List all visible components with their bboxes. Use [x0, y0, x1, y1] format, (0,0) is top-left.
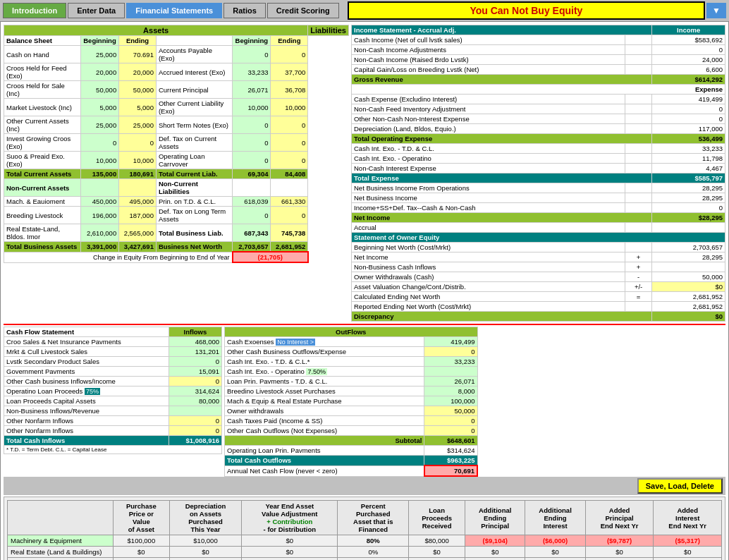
income-statement-title: Income Statement - Accrual Adj.: [352, 25, 652, 35]
equity-change-row: Change in Equity From Beginning to End o…: [4, 252, 349, 262]
cash-flow-title: Cash Flow Statement: [4, 327, 169, 337]
cash-flow-section: Cash Flow Statement Inflows Croo Sales &…: [4, 324, 725, 477]
table-row: Breeding Livestock 196,000 187,000 Def. …: [4, 207, 349, 224]
table-row: Cash Income (Net of cull lvstk sales)$58…: [352, 35, 725, 45]
table-row: Owner Withdrawals (Cash)-50,000: [352, 272, 725, 282]
machinery-row: Machinery & Equipment $100,000 $10,000 $…: [8, 535, 722, 547]
table-row: Net Business Income28,295: [352, 193, 725, 203]
table-row: Asset Valuation Change/Cont./Distrib.+/-…: [352, 282, 725, 292]
balance-sheet-section: Assets Liabilities Balance Sheet Beginni…: [4, 25, 349, 322]
save-load-bar: Save, Load, Delete: [4, 477, 725, 495]
bs-liab-end: Ending: [271, 36, 308, 46]
col-header-depreciation: Depreciationon AssetsPurchasedThis Year: [169, 501, 242, 535]
balance-sheet-table: Assets Liabilities Balance Sheet Beginni…: [4, 25, 349, 263]
table-row: Non-Cash Feed Inventory Adjustment0: [352, 104, 725, 114]
table-row: Reported Ending Net Worth (Cost/Mrkt)2,6…: [352, 302, 725, 312]
asset-financing-table: PurchasePrice orValueof Asset Depreciati…: [7, 500, 722, 560]
outflows-header: OutFlows: [225, 327, 478, 337]
cash-inflows-table: Cash Flow Statement Inflows Croo Sales &…: [4, 327, 222, 454]
table-row: Non-Cash Income (Raised Brdo Lvstk)24,00…: [352, 55, 725, 65]
total-cash-inflows-row: Total Cash Inflows$1,008,916: [4, 436, 222, 446]
table-row: Non-Cash Interest Expense4,467: [352, 164, 725, 174]
gross-revenue-row: Gross Revenue$614,292: [352, 75, 725, 85]
table-row: Capital Gain/Loss on Breeding Lvstk (Net…: [352, 65, 725, 75]
table-row: Suoo & Preaid Exo. (Exo) 10,000 10,000 O…: [4, 152, 349, 169]
main-content: Assets Liabilities Balance Sheet Beginni…: [0, 21, 729, 560]
footnote-row: * T.D. = Term Debt. C.L. = Capital Lease: [4, 446, 222, 454]
table-row: Operatino Loan Proceeds 75% 314,624: [4, 386, 222, 396]
col-header-add-interest: AdditionalEndingInterest: [525, 501, 585, 535]
table-row: Cash Int. Exo. - Operatino 7.50%: [225, 367, 478, 377]
tab-ratios[interactable]: Ratios: [223, 3, 266, 18]
tab-introduction[interactable]: Introduction: [3, 3, 66, 18]
col-header-purchase: PurchasePrice orValueof Asset: [114, 501, 170, 535]
tab-financial-statements[interactable]: Financial Statements: [126, 3, 222, 18]
table-row: Cash Int. Exo. - T.D. & C.L.33,233: [352, 144, 725, 154]
table-row: Cash Taxes Paid (Income & SS)0: [225, 416, 478, 426]
table-row: Other Non-Cash Non-Interest Expense0: [352, 114, 725, 124]
tab-credit-scoring[interactable]: Credit Scoring: [267, 3, 339, 18]
table-row: Invest Growing Croos (Exo) 0 0 Def. Tax …: [4, 134, 349, 152]
non-current-header-row: Non-Current Assets Non-Current Liabiliti…: [4, 179, 349, 197]
table-row: Non-Business Inflows/Revenue: [4, 406, 222, 416]
real-estate-row: Real Estate (Land & Buildings) $0 $0 $0 …: [8, 547, 722, 558]
bs-col-end: Ending: [119, 36, 157, 46]
table-row: Cash Expense (Excludino Interest)419,499: [352, 95, 725, 104]
table-row: Croos Held for Feed (Exo) 20,000 20,000 …: [4, 63, 349, 81]
owner-equity-header: Statement of Owner Equity: [352, 233, 725, 243]
tab-enter-data[interactable]: Enter Data: [68, 3, 125, 18]
bs-liab-begin: Beginning: [233, 36, 271, 46]
table-row: Market Livestock (Inc) 5,000 5,000 Other…: [4, 99, 349, 116]
table-row: Cash Int. Exo. - T.D. & C.L.*33,233: [225, 357, 478, 367]
income-header: Income: [652, 25, 725, 35]
annual-net-cashflow-row: Annual Net Cash Flow (never < zero) 70,6…: [225, 465, 478, 476]
total-op-expense-row: Total Operating Expense536,499: [352, 134, 725, 144]
table-row: Other Nonfarm Inflows0: [4, 416, 222, 426]
dropdown-button[interactable]: ▼: [706, 3, 726, 18]
interest-rate-badge: 7.50%: [306, 368, 327, 375]
table-row: Government Pavments15,091: [4, 367, 222, 377]
bs-col-begin: Beginning: [80, 36, 118, 46]
breeding-livestock-row: Breeding Livestock $0 $0 $0 0% $0 $0 $0 …: [8, 558, 722, 561]
subtotal-row: Subtotal$648,601: [225, 436, 478, 446]
table-row: Croo Sales & Net Insurance Pavments468,0…: [4, 337, 222, 347]
table-row: Net Business Income From Operations28,29…: [352, 183, 725, 193]
table-row: Other Cash business Inflows/Income0: [4, 377, 222, 386]
save-load-button[interactable]: Save, Load, Delete: [637, 478, 723, 494]
total-cash-outflows-row: Total Cash Outflows$963,225: [225, 456, 478, 466]
cash-outflows-panel: OutFlows Cash Exoenses No Interest > 419…: [224, 327, 478, 477]
table-row: Owner withdrawals 50,000: [225, 406, 478, 416]
total-expense-row: Total Expense$585,797: [352, 174, 725, 183]
col-header-percent: PercentPurchasedAsset that isFinanced: [338, 501, 409, 535]
table-row: Operating Loan Prin. Pavments$314,624: [225, 446, 478, 456]
no-interest-badge[interactable]: No Interest >: [276, 339, 315, 346]
table-row: Beginning Net Worth (Cost/Mrkt)2,703,657: [352, 243, 725, 252]
table-row: Non-Business Cash Inflows+: [352, 262, 725, 272]
table-row: Other Cash Business Outflows/Expense0: [225, 347, 478, 357]
cash-inflows-panel: Cash Flow Statement Inflows Croo Sales &…: [4, 327, 222, 477]
cash-outflows-table: OutFlows Cash Exoenses No Interest > 419…: [224, 327, 478, 477]
total-business-assets-row: Total Business Assets 3,391,000 3,427,69…: [4, 242, 349, 252]
expense-header-row: Expense: [352, 85, 725, 95]
spacer: [480, 327, 725, 477]
table-row: Non-Cash Income Adjustments0: [352, 45, 725, 55]
table-row: Breedino Livestock Asset Purchases8,000: [225, 386, 478, 396]
discrepancy-row: Discrepancy$0: [352, 312, 725, 322]
table-row: Loan Proceeds Capital Assets80,000: [4, 396, 222, 406]
table-row: Cash Exoenses No Interest > 419,499: [225, 337, 478, 347]
income-owner-section: Income Statement - Accrual Adj. Income C…: [351, 25, 725, 322]
table-row: Lvstk Secondarv Product Sales0: [4, 357, 222, 367]
income-statement-table: Income Statement - Accrual Adj. Income C…: [351, 25, 725, 322]
banner-text: You Can Not Buy Equity: [348, 1, 705, 20]
top-section: Assets Liabilities Balance Sheet Beginni…: [4, 25, 725, 322]
col-header-added-principal: AddedPrincipalEnd Next Yr: [585, 501, 654, 535]
col-header-yearend: Year End AssetValue Adjustment+ Contribu…: [242, 501, 338, 535]
table-row: Croos Held for Sale (Inc) 50,000 50,000 …: [4, 81, 349, 99]
table-row: Calculated Ending Net Worth=2,681,952: [352, 292, 725, 302]
liabilities-header: Liabilities: [308, 25, 349, 36]
col-header-loan: LoanProceedsReceived: [409, 501, 465, 535]
table-row: Other Current Assets (Inc) 25,000 25,000…: [4, 116, 349, 134]
total-current-assets-row: Total Current Assets 135,000 180,691 Tot…: [4, 169, 349, 179]
table-row: Loan Prin. Pavments - T.D. & C.L.26,071: [225, 377, 478, 386]
net-income-row: Net Income$28,295: [352, 213, 725, 223]
